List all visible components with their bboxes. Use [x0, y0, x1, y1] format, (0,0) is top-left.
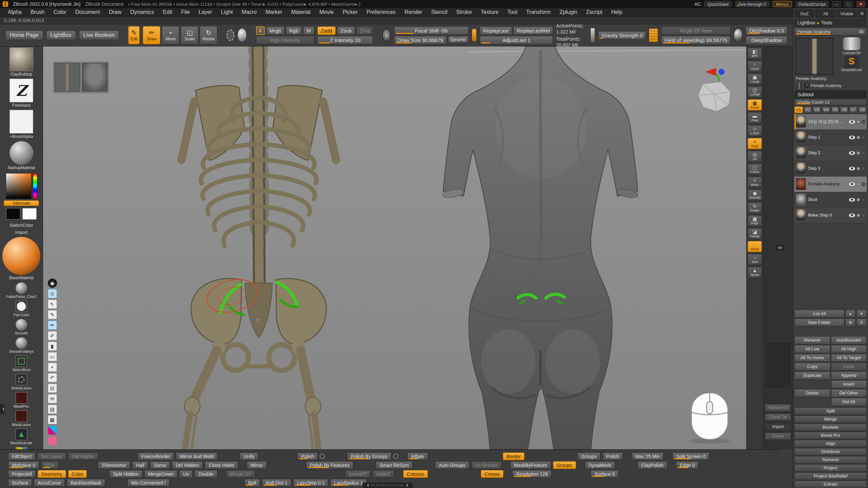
panel-top-button[interactable]: Visible: [837, 9, 857, 18]
deep-shadow-button[interactable]: DeepShadow: [746, 36, 787, 44]
menu-item[interactable]: Zplugin: [555, 8, 581, 16]
visibility-eye-icon[interactable]: [849, 136, 855, 139]
color-mode-button[interactable]: Rgb: [286, 26, 302, 35]
right-tray-collapse-arrows[interactable]: [776, 245, 785, 251]
texture-thumbnail-box[interactable]: [766, 343, 790, 387]
right-shelf-button[interactable]: ▲ Xpose: [748, 267, 762, 278]
menu-item[interactable]: Edit: [158, 8, 177, 16]
right-shelf-button[interactable]: + Gxyz: [748, 138, 762, 149]
menu-item[interactable]: Macro: [237, 8, 261, 16]
menu-item[interactable]: Brush: [26, 8, 49, 16]
menu-item[interactable]: Transform: [522, 8, 555, 16]
menu-item[interactable]: Layer: [194, 8, 217, 16]
sculpt-viewport[interactable]: ✐: [43, 46, 746, 449]
cursor-icon[interactable]: ↖: [48, 300, 57, 309]
swatch-icon[interactable]: [48, 436, 57, 445]
polypaint-icon[interactable]: [856, 182, 860, 186]
subtool-action-button[interactable]: All To Target: [831, 354, 867, 362]
draw-size-slider[interactable]: Draw Size 30.69679: [394, 36, 447, 44]
subtool-section-button[interactable]: Bevel Pro: [794, 432, 867, 439]
menu-item[interactable]: Tool: [503, 8, 521, 16]
tray-button[interactable]: [320, 454, 325, 459]
tray-button[interactable]: Del Hidden: [172, 461, 203, 469]
lightbox-button[interactable]: LightBox: [46, 30, 76, 40]
sculpt-mode-button[interactable]: Zadd: [317, 26, 336, 35]
menu-item[interactable]: Marker: [261, 8, 287, 16]
menu-item[interactable]: Draw: [104, 8, 126, 16]
scroll-right-icon[interactable]: [407, 484, 410, 487]
right-shelf-button[interactable]: ▣ Actual: [748, 74, 762, 85]
right-shelf-button[interactable]: ◫ AAHalf: [748, 86, 762, 98]
menu-item[interactable]: Material: [287, 8, 315, 16]
marker-icon[interactable]: ▮: [48, 342, 57, 351]
tray-button[interactable]: Surface 0: [591, 470, 618, 478]
subtool-action-button[interactable]: Delete: [794, 389, 830, 397]
rgb-intensity-slider[interactable]: Rgb Intensity: [256, 36, 314, 44]
tray-button[interactable]: DynaMesh: [585, 461, 615, 469]
adjust-last-slider[interactable]: AdjustLast 1: [480, 36, 553, 44]
menu-item[interactable]: Texture: [476, 8, 503, 16]
tray-button[interactable]: AccuCurve: [34, 479, 64, 487]
color-mode-button[interactable]: Mrgb: [266, 26, 284, 35]
brush-slot[interactable]: ~BrushAlpha: [9, 110, 33, 139]
Skull[interactable]: Skull: [794, 192, 867, 208]
list-all-button[interactable]: List All: [794, 310, 844, 318]
menu-item[interactable]: Zscript: [581, 8, 607, 16]
z-axis-ball[interactable]: [718, 69, 725, 75]
polypaint-icon[interactable]: [856, 167, 860, 170]
tray-button[interactable]: LazyRadius 1: [330, 479, 367, 487]
left-tray-collapse-arrow[interactable]: [0, 404, 5, 414]
palette-icon[interactable]: [48, 426, 57, 435]
material-slot[interactable]: BasicMaterial: [2, 237, 40, 280]
polypaint-icon[interactable]: [856, 214, 860, 217]
tray-button[interactable]: Split Screen 0: [672, 452, 709, 460]
recent-tool-row[interactable]: 7 Female Anatomy.: [794, 82, 867, 90]
tray-button[interactable]: ProjectAll: [8, 470, 36, 478]
subtool-action-button[interactable]: Append: [831, 371, 867, 380]
subtool-action-button[interactable]: Rename: [794, 336, 830, 344]
subtool-action-button[interactable]: AutoReorder: [831, 336, 867, 344]
version-tab[interactable]: V3: [813, 106, 821, 113]
visible-count-slider[interactable]: Visible Count 13: [794, 99, 867, 105]
tray-button[interactable]: Surface: [8, 479, 32, 487]
material-slot[interactable]: FabioPaiva_Clay2: [6, 282, 36, 299]
subtool-section-button[interactable]: Project: [794, 464, 867, 472]
tray-button[interactable]: Split Hidden: [109, 470, 142, 478]
version-tab[interactable]: V6: [840, 106, 848, 113]
main-color-swatch[interactable]: [6, 208, 20, 220]
tray-button[interactable]: LazyStep 0.1: [293, 479, 329, 487]
eye-icon[interactable]: ⊙: [48, 289, 57, 298]
menu-item[interactable]: Dynamics: [126, 8, 158, 16]
tray-button[interactable]: Crease: [481, 470, 504, 478]
version-tab[interactable]: V8: [858, 106, 867, 113]
tray-button[interactable]: MidValue 0: [8, 461, 39, 469]
right-shelf-button[interactable]: ◉ Zoom3D: [748, 189, 762, 201]
right-shelf-button[interactable]: ▦ Persp: [748, 99, 762, 110]
subtool-section-button[interactable]: Remesh: [794, 456, 867, 464]
shader-icon[interactable]: [862, 214, 865, 217]
tray-button[interactable]: Color: [68, 470, 87, 478]
transform-mode-button[interactable]: ↻ Rotate: [200, 26, 217, 44]
switchcolor-button[interactable]: SwitchColor: [7, 222, 35, 228]
gravity-icon[interactable]: [590, 28, 595, 43]
Step 2[interactable]: Step 2: [794, 145, 867, 161]
material-slot[interactable]: SelectLasso: [11, 374, 32, 390]
obj-shadow-slider[interactable]: ObjShadow 0.3: [746, 26, 787, 35]
version-tab[interactable]: V4: [822, 106, 830, 113]
texture-menu-item[interactable]: Import: [765, 423, 791, 430]
new-folder-button[interactable]: New Folder: [794, 319, 844, 326]
menu-item[interactable]: Stroke: [452, 8, 476, 16]
subtool-action-button[interactable]: Duplicate: [794, 371, 830, 380]
tray-button[interactable]: SDiv: [41, 461, 59, 469]
right-shelf-button[interactable]: ◌ Ghost: [748, 241, 762, 252]
material-slot[interactable]: Flat Color: [13, 301, 29, 317]
lightbox-label[interactable]: Lightbox: [797, 20, 815, 25]
tray-button[interactable]: FreezeBorder: [138, 452, 174, 460]
field-of-view-slider[interactable]: Field of view(deg) 39.59775: [661, 36, 731, 44]
Step 1[interactable]: Step 1: [794, 130, 867, 145]
secondary-color-swatch[interactable]: [22, 208, 37, 220]
right-shelf-button[interactable]: ◪ Transp: [748, 228, 762, 239]
tray-button[interactable]: Roll Dist 1: [262, 479, 291, 487]
tray-button[interactable]: Same: [150, 461, 170, 469]
subtool-action-button[interactable]: All Low: [794, 345, 830, 353]
